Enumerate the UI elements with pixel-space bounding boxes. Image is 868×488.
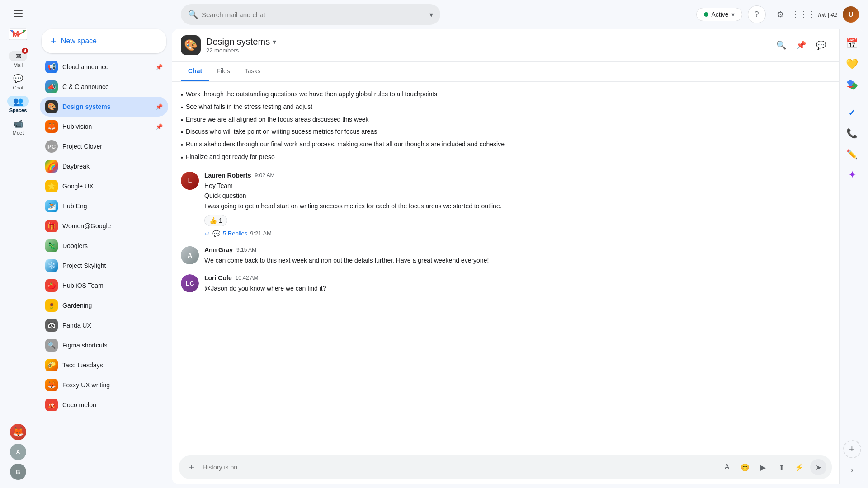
space-item-taco-tuesdays[interactable]: 🌮 Taco tuesdays [40, 355, 168, 375]
space-item-cloud-announce[interactable]: 📢 Cloud announce 📌 [40, 57, 168, 77]
message-content-ann: Ann Gray 9:15 AM We can come back to thi… [204, 246, 830, 265]
space-header-dropdown[interactable]: ▾ [273, 38, 276, 46]
space-icon: 🦊 [45, 120, 58, 133]
new-space-button[interactable]: + New space [42, 29, 166, 53]
help-button[interactable]: ? [748, 5, 766, 23]
add-attachment-button[interactable]: + [184, 460, 199, 474]
text-format-button[interactable]: A [720, 460, 734, 474]
hamburger-button[interactable] [9, 5, 27, 23]
space-icon: ⭐ [45, 180, 58, 192]
tab-tasks[interactable]: Tasks [237, 62, 268, 81]
add-app-button[interactable]: + [843, 440, 861, 458]
avatar-lori: LC [181, 274, 199, 292]
pin-chat-button[interactable]: 📌 [792, 36, 810, 54]
tasks-side-icon[interactable]: ✓ [843, 103, 861, 122]
space-item-daybreak[interactable]: 🌈 Daybreak [40, 156, 168, 176]
expand-panel-button[interactable]: › [843, 461, 861, 479]
search-dropdown-arrow[interactable]: ▾ [429, 10, 433, 19]
search-chat-button[interactable]: 🔍 [772, 36, 790, 54]
space-item-hub-eng[interactable]: ⛷️ Hub Eng [40, 196, 168, 216]
sidebar: + New space 📢 Cloud announce 📌 📣 C & C a… [36, 0, 172, 488]
space-item-cc-announce[interactable]: 📣 C & C announce [40, 77, 168, 97]
sidebar-item-spaces[interactable]: 👥 Spaces [2, 94, 34, 115]
sidebar-item-mail[interactable]: ✉ 4 Mail [2, 49, 34, 70]
status-label: Active [711, 11, 728, 18]
space-item-panda-ux[interactable]: 🐼 Panda UX [40, 315, 168, 335]
pin-icon: 📌 [156, 64, 163, 70]
reaction-thumbs-up[interactable]: 👍 1 [204, 215, 227, 226]
phone-side-icon[interactable]: 📞 [843, 124, 861, 142]
input-area: + A 😊 ▶ ⬆ ⚡ ➤ [172, 450, 839, 484]
emoji-button[interactable]: 😊 [738, 460, 752, 474]
bottom-avatar-1[interactable]: 🦊 [10, 424, 26, 440]
tab-chat[interactable]: Chat [181, 62, 209, 81]
message-lori: LC Lori Cole 10:42 AM @Jason do you know… [181, 274, 830, 293]
divider-right [846, 99, 859, 99]
keep-side-icon[interactable]: 💛 [843, 55, 861, 73]
user-name-badge: Ink | 42 [818, 11, 837, 18]
reply-thread-icon: ↩ [204, 230, 210, 237]
space-item-hub-vision[interactable]: 🦊 Hub vision 📌 [40, 117, 168, 136]
top-header: 🔍 ▾ Active ▾ ? ⚙ ⋮⋮⋮ Ink | 42 U [172, 0, 868, 29]
message-content-lori: Lori Cole 10:42 AM @Jason do you know wh… [204, 274, 830, 293]
tab-files[interactable]: Files [209, 62, 237, 81]
space-item-foxxy-ux[interactable]: 🦊 Foxxy UX writing [40, 375, 168, 395]
space-name: Design systems [62, 103, 151, 110]
space-item-coco-melon[interactable]: 🎪 Coco melon [40, 395, 168, 415]
space-item-figma-shortcuts[interactable]: 🔍 Figma shortcuts [40, 335, 168, 355]
avatar-ann: A [181, 246, 199, 264]
message-content-lauren: Lauren Roberts 9:02 AM Hey Team Quick qu… [204, 172, 830, 237]
space-item-design-systems[interactable]: 🎨 Design systems 📌 [40, 97, 168, 117]
space-item-project-clover[interactable]: PC Project Clover [40, 136, 168, 156]
video-button[interactable]: ▶ [756, 460, 770, 474]
sidebar-item-chat[interactable]: 💬 Chat [2, 71, 34, 92]
thread-view-button[interactable]: 💬 [812, 36, 830, 54]
new-space-label: New space [61, 37, 97, 45]
bottom-avatar-3[interactable]: B [10, 464, 26, 480]
user-avatar[interactable]: U [843, 6, 859, 23]
apps-button-input[interactable]: ⚡ [792, 460, 807, 474]
replies-row[interactable]: ↩ 💬 5 Replies 9:21 AM [204, 230, 830, 237]
bullet-item: •See what fails in the stress testing an… [181, 102, 830, 113]
drive-side-icon[interactable] [843, 76, 861, 94]
search-bar[interactable]: 🔍 ▾ [181, 4, 440, 25]
mail-label: Mail [14, 62, 23, 68]
message-lauren: L Lauren Roberts 9:02 AM Hey Team Quick … [181, 172, 830, 237]
ai-star-icon[interactable]: ✦ [843, 166, 861, 184]
space-name: Taco tuesdays [62, 361, 163, 369]
chat-icon: 💬 [13, 74, 23, 84]
calendar-side-icon[interactable]: 📅 [843, 34, 861, 52]
bottom-avatar-2[interactable]: A [10, 444, 26, 460]
status-dot [704, 12, 708, 17]
svg-text:M: M [12, 30, 19, 39]
settings-button[interactable]: ⚙ [771, 5, 789, 23]
edit-side-icon[interactable]: ✏️ [843, 145, 861, 163]
space-item-google-ux[interactable]: ⭐ Google UX [40, 176, 168, 196]
space-name: Gardening [62, 302, 163, 309]
new-space-plus-icon: + [51, 35, 57, 47]
space-name: Women@Google [62, 222, 163, 230]
space-name: Project Skylight [62, 262, 163, 269]
space-icon: 📢 [45, 61, 58, 73]
send-button[interactable]: ➤ [810, 459, 826, 475]
space-item-gardening[interactable]: 🌻 Gardening [40, 296, 168, 315]
space-item-hub-ios[interactable]: 🍅 Hub iOS Team [40, 276, 168, 296]
space-item-project-skylight[interactable]: ❄️ Project Skylight [40, 256, 168, 276]
avatar-lauren: L [181, 172, 199, 190]
message-input[interactable] [203, 464, 716, 471]
search-input[interactable] [202, 11, 426, 19]
chat-label: Chat [13, 85, 23, 90]
sidebar-item-meet[interactable]: 📹 Meet [2, 117, 34, 137]
space-list: 📢 Cloud announce 📌 📣 C & C announce 🎨 De… [36, 57, 172, 415]
space-icon: 🦊 [45, 379, 58, 391]
apps-button[interactable]: ⋮⋮⋮ [795, 5, 813, 23]
messages-area: •Work through the outstanding questions … [172, 82, 839, 450]
status-button[interactable]: Active ▾ [696, 8, 742, 21]
space-item-dooglers[interactable]: 🦎 Dooglers [40, 236, 168, 256]
upload-button[interactable]: ⬆ [774, 460, 788, 474]
space-item-women-google[interactable]: 🎁 Women@Google [40, 216, 168, 236]
message-author: Ann Gray [204, 246, 233, 253]
space-icon: 🐼 [45, 319, 58, 332]
space-icon: 🍅 [45, 279, 58, 292]
pin-icon: 📌 [156, 103, 163, 110]
